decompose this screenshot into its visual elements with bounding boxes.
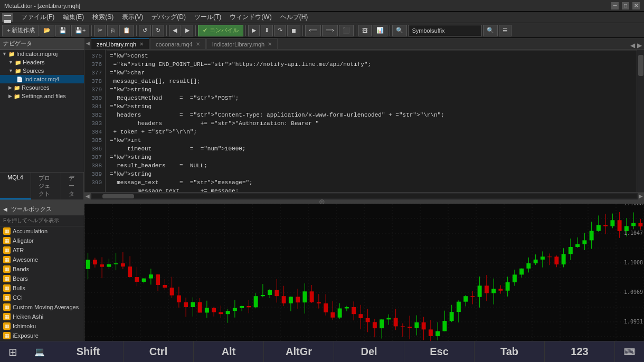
windows-start-button[interactable]: ⊞	[0, 341, 26, 363]
tree-item-settings[interactable]: ▶ Settings and files	[0, 92, 84, 100]
screenshot-button[interactable]: 🖼	[358, 25, 372, 36]
menu-file[interactable]: ファイル(F)	[17, 12, 59, 23]
scroll-left-btn[interactable]: ◀	[84, 193, 91, 199]
taskbar-esc-key[interactable]: Esc	[404, 341, 475, 363]
tab-zenlibrary[interactable]: zenLibrary.mqh ✕	[91, 39, 149, 49]
toolbox-item[interactable]: ▦ Bulls	[0, 283, 84, 293]
scroll-right-btn[interactable]: ▶	[638, 193, 644, 199]
line-number: 377	[88, 69, 102, 77]
nav-forward-button[interactable]: ▶	[182, 25, 193, 36]
tree-item-resources[interactable]: ▶ Resources	[0, 83, 84, 92]
toolbox-item-icon: ▦	[3, 303, 11, 311]
menu-edit[interactable]: 編集(E)	[59, 12, 88, 23]
search-icon-button[interactable]: 🔍	[392, 25, 407, 36]
menu-search[interactable]: 検索(S)	[88, 12, 118, 23]
toolbox-item[interactable]: ▦ Bands	[0, 264, 84, 274]
menu-view[interactable]: 表示(V)	[118, 12, 147, 23]
tab-nav-right[interactable]: ▶	[637, 42, 642, 49]
run-button[interactable]: ▶	[248, 25, 260, 36]
tab-close-zenlibrary[interactable]: ✕	[139, 41, 144, 47]
taskbar-shift-key[interactable]: Shift	[53, 341, 124, 363]
chart-panel[interactable]	[84, 204, 644, 351]
tree-item-sources[interactable]: ▼ Sources	[0, 66, 84, 75]
toolbox-list[interactable]: ▦ Accumulation ▦ Alligator ▦ ATR ▦ Aweso…	[0, 226, 84, 351]
navigator-title: ナビゲータ	[0, 38, 84, 50]
h-scrollbar-track[interactable]	[92, 194, 637, 198]
line-number: 383	[88, 119, 102, 128]
menu-debug[interactable]: デバッグ(D)	[147, 12, 190, 23]
tab-indicatorlibrary[interactable]: IndicatorLibrary.mqh ✕	[206, 39, 278, 49]
taskbar-app-icon[interactable]: 💻	[26, 341, 53, 363]
toolbox-item[interactable]: ▦ Awesome	[0, 255, 84, 264]
step-into-button[interactable]: ⬇	[261, 25, 273, 36]
taskbar-tab-key[interactable]: Tab	[475, 341, 545, 363]
stop-button[interactable]: ⏹	[287, 25, 300, 36]
save-button[interactable]: 💾	[55, 25, 70, 36]
tree-item-project[interactable]: ▼ Indicator.mqproj	[0, 50, 84, 58]
close-button[interactable]: ✕	[632, 2, 640, 9]
compile-button[interactable]: ✔ コンパイル	[198, 25, 243, 36]
taskbar-alt-key[interactable]: Alt	[194, 341, 264, 363]
undo-button[interactable]: ↺	[139, 25, 151, 36]
splitter[interactable]: ⊕	[0, 199, 644, 204]
horizontal-scrollbar[interactable]: ◀ ▶	[84, 192, 644, 199]
copy-button[interactable]: ⎘	[107, 25, 118, 36]
step-over-button[interactable]: ↷	[274, 25, 286, 36]
toolbar-separator-8	[390, 25, 390, 36]
tab-nav-left[interactable]: ◀	[630, 42, 635, 49]
tab-close-coconara[interactable]: ✕	[196, 41, 200, 47]
cut-button[interactable]: ✂	[94, 25, 106, 36]
menu-tools[interactable]: ツール(T)	[190, 12, 225, 23]
code-line: ="kw">string	[110, 102, 632, 111]
tree-item-indicator-mq4[interactable]: Indicator.mq4	[0, 75, 84, 83]
toolbox-item[interactable]: ▦ Ichimoku	[0, 321, 84, 331]
tree-label-sources: Sources	[23, 68, 44, 74]
nav-tab-data[interactable]: データ	[61, 173, 84, 199]
minimize-button[interactable]: ─	[611, 2, 619, 9]
nav-back-button[interactable]: ◀	[169, 25, 181, 36]
next-button[interactable]: ⟹	[322, 25, 338, 36]
maximize-button[interactable]: □	[622, 2, 629, 9]
taskbar-altgr-key[interactable]: AltGr	[264, 341, 334, 363]
redo-button[interactable]: ↻	[152, 25, 164, 36]
taskbar-ctrl-key[interactable]: Ctrl	[124, 341, 194, 363]
toolbox-item[interactable]: ▦ Accumulation	[0, 226, 84, 236]
tab-close-indicatorlibrary[interactable]: ✕	[268, 41, 272, 47]
paste-button[interactable]: 📋	[119, 25, 134, 36]
prev-button[interactable]: ⟸	[305, 25, 321, 36]
toolbox-item[interactable]: ▦ Bears	[0, 274, 84, 283]
search-input[interactable]	[408, 25, 482, 36]
save-all-button[interactable]: 💾+	[71, 25, 89, 36]
toolbox-item[interactable]: ▦ iExposure	[0, 331, 84, 340]
tab-scroll-left[interactable]: ◀	[84, 38, 91, 49]
search-go-button[interactable]: 🔍	[483, 25, 498, 36]
toolbox-item[interactable]: ▦ ATR	[0, 245, 84, 255]
code-content[interactable]: ="kw">const ="kw">string END_POINT_URL==…	[106, 50, 637, 192]
toolbox-item[interactable]: ▦ Alligator	[0, 236, 84, 245]
taskbar-keyboard-icon[interactable]: ⌨	[615, 341, 644, 363]
settings-folder-icon	[14, 93, 20, 99]
new-file-button[interactable]: ＋新規作成	[2, 25, 39, 36]
taskbar-123-key[interactable]: 123	[545, 341, 615, 363]
nav-tab-mql4[interactable]: MQL4	[0, 173, 31, 199]
line-number: 379	[88, 85, 102, 94]
menu-help[interactable]: ヘルプ(H)	[276, 12, 312, 23]
open-button[interactable]: 📂	[40, 25, 54, 36]
code-line: headers += ="str">"Authorization: Bearer…	[110, 119, 632, 128]
toolbox-item[interactable]: ▦ CCI	[0, 293, 84, 302]
taskbar-del-key[interactable]: Del	[334, 341, 404, 363]
nav-tab-project[interactable]: プロジェクト	[31, 173, 61, 199]
toolbox-item[interactable]: ▦ Heiken Ashi	[0, 312, 84, 321]
chart-button[interactable]: 📊	[373, 25, 387, 36]
menu-window[interactable]: ウィンドウ(W)	[225, 12, 276, 23]
app-menu-button[interactable]	[2, 13, 13, 22]
breakpoint-button[interactable]: ⬛	[339, 25, 354, 36]
code-container[interactable]: 3753763773783793803813823833843853863873…	[84, 50, 644, 192]
tree-container[interactable]: ▼ Indicator.mqproj ▼ Headers ▼ Sources	[0, 50, 84, 172]
tree-label-resources: Resources	[22, 84, 50, 91]
line-number: 382	[88, 111, 102, 119]
toolbox-item[interactable]: ▦ Custom Moving Averages	[0, 302, 84, 312]
search-filter-button[interactable]: ☰	[499, 25, 512, 36]
tree-item-headers[interactable]: ▼ Headers	[0, 58, 84, 66]
tab-coconara[interactable]: coconara.mq4 ✕	[150, 39, 206, 49]
